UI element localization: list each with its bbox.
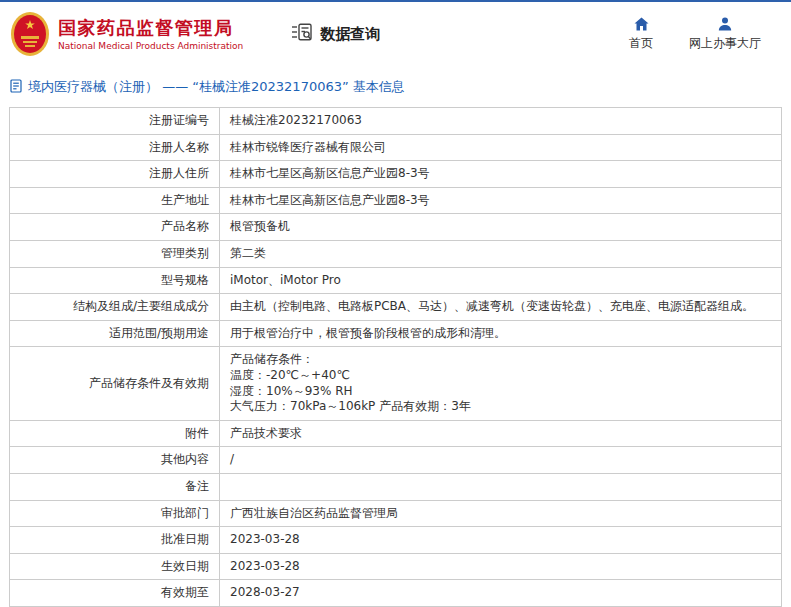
table-row: 其他内容/ [10,447,782,474]
field-value: 由主机（控制电路、电路板PCBA、马达）、减速弯机（变速齿轮盘）、充电座、电源适… [220,294,782,321]
field-label: 有效期至 [10,580,220,607]
person-icon [718,16,732,31]
field-value: iMotor、iMotor Pro [220,267,782,294]
nav-service-hall-label: 网上办事大厅 [689,35,761,52]
home-icon [634,16,649,31]
field-label: 管理类别 [10,240,220,267]
table-row: 备注 [10,473,782,500]
field-value: 产品储存条件： 温度：-20℃～+40℃ 湿度：10%～93% RH 大气压力：… [220,347,782,420]
info-table: 注册证编号桂械注准20232170063注册人名称桂林市锐锋医疗器械有限公司注册… [9,107,782,607]
field-label: 审批部门 [10,500,220,527]
table-row: 注册证编号桂械注准20232170063 [10,108,782,135]
document-icon [10,79,22,96]
field-label: 注册人住所 [10,161,220,188]
table-row: 产品名称根管预备机 [10,214,782,241]
field-value: 桂林市七星区高新区信息产业园8-3号 [220,161,782,188]
field-value: 第二类 [220,240,782,267]
field-label: 生产地址 [10,187,220,214]
header-nav: 首页 网上办事大厅 [629,16,777,52]
field-value [220,473,782,500]
field-value: 桂林市七星区高新区信息产业园8-3号 [220,187,782,214]
table-row: 产品储存条件及有效期产品储存条件： 温度：-20℃～+40℃ 湿度：10%～93… [10,347,782,420]
field-value: 产品技术要求 [220,420,782,447]
field-label: 注册人名称 [10,134,220,161]
field-value: / [220,447,782,474]
field-label: 生效日期 [10,553,220,580]
field-value: 广西壮族自治区药品监督管理局 [220,500,782,527]
table-row: 管理类别第二类 [10,240,782,267]
table-row: 型号规格iMotor、iMotor Pro [10,267,782,294]
field-label: 备注 [10,473,220,500]
field-value: 根管预备机 [220,214,782,241]
table-row: 适用范围/预期用途用于根管治疗中，根管预备阶段根管的成形和清理。 [10,320,782,347]
table-row: 生产地址桂林市七星区高新区信息产业园8-3号 [10,187,782,214]
field-label: 产品储存条件及有效期 [10,347,220,420]
field-label: 结构及组成/主要组成成分 [10,294,220,321]
field-label: 附件 [10,420,220,447]
field-label: 注册证编号 [10,108,220,135]
field-label: 适用范围/预期用途 [10,320,220,347]
data-query-section: 数据查询 [291,23,380,46]
breadcrumb: 境内医疗器械（注册） —— “桂械注准20232170063” 基本信息 [0,64,791,107]
table-row: 附件产品技术要求 [10,420,782,447]
nav-service-hall[interactable]: 网上办事大厅 [689,16,761,52]
table-row: 注册人名称桂林市锐锋医疗器械有限公司 [10,134,782,161]
table-row: 批准日期2023-03-28 [10,527,782,554]
site-header: 国家药品监督管理局 National Medical Products Admi… [0,2,791,64]
brand-text: 国家药品监督管理局 National Medical Products Admi… [58,17,243,52]
table-row: 有效期至2028-03-27 [10,580,782,607]
table-row: 结构及组成/主要组成成分由主机（控制电路、电路板PCBA、马达）、减速弯机（变速… [10,294,782,321]
field-label: 批准日期 [10,527,220,554]
field-label: 其他内容 [10,447,220,474]
breadcrumb-text: 境内医疗器械（注册） —— “桂械注准20232170063” 基本信息 [28,78,405,96]
table-row: 审批部门广西壮族自治区药品监督管理局 [10,500,782,527]
table-row: 生效日期2023-03-28 [10,553,782,580]
field-value: 2023-03-28 [220,527,782,554]
field-label: 产品名称 [10,214,220,241]
nav-home[interactable]: 首页 [629,16,653,52]
field-label: 型号规格 [10,267,220,294]
field-value: 桂械注准20232170063 [220,108,782,135]
org-name-en: National Medical Products Administration [58,41,243,51]
data-query-icon [291,23,313,46]
field-value: 2028-03-27 [220,580,782,607]
field-value: 2023-03-28 [220,553,782,580]
national-emblem-icon [10,11,50,57]
data-query-label: 数据查询 [320,25,380,44]
field-value: 用于根管治疗中，根管预备阶段根管的成形和清理。 [220,320,782,347]
field-value: 桂林市锐锋医疗器械有限公司 [220,134,782,161]
brand-logo[interactable]: 国家药品监督管理局 National Medical Products Admi… [10,11,243,57]
org-name: 国家药品监督管理局 [58,17,243,39]
table-row: 注册人住所桂林市七星区高新区信息产业园8-3号 [10,161,782,188]
nav-home-label: 首页 [629,35,653,52]
